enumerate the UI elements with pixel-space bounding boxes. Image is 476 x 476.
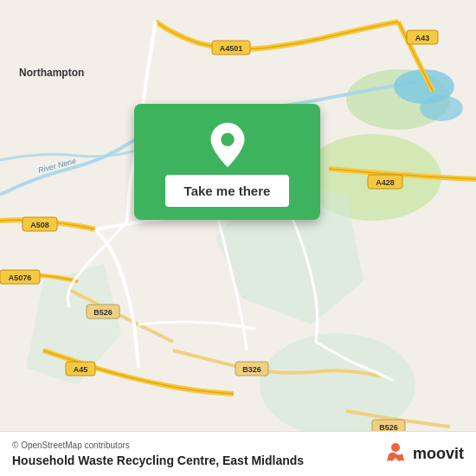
svg-text:A508: A508	[30, 221, 49, 229]
svg-text:B326: B326	[242, 365, 261, 374]
svg-text:A4501: A4501	[220, 44, 243, 53]
svg-point-29	[391, 443, 400, 452]
svg-text:A428: A428	[376, 178, 395, 187]
location-name: Household Waste Recycling Centre, East M…	[12, 453, 304, 467]
svg-point-6	[420, 95, 463, 121]
svg-point-28	[221, 133, 234, 146]
moovit-brand-text: moovit	[413, 445, 464, 463]
svg-text:A45: A45	[74, 365, 88, 374]
take-me-there-button[interactable]: Take me there	[165, 175, 290, 207]
svg-text:B526: B526	[93, 308, 113, 317]
moovit-brand-icon	[383, 442, 408, 466]
location-pin-icon	[206, 121, 249, 164]
bottom-bar: © OpenStreetMap contributors Household W…	[0, 431, 476, 476]
svg-text:Northampton: Northampton	[19, 67, 84, 79]
svg-text:A43: A43	[415, 34, 430, 42]
map-container: A43 A4501 A428 A508 A5076 A45 B526 B326 …	[0, 0, 476, 476]
map-svg: A43 A4501 A428 A508 A5076 A45 B526 B326 …	[0, 0, 476, 476]
moovit-logo: moovit	[383, 442, 464, 466]
svg-text:A5076: A5076	[9, 273, 32, 282]
location-card: Take me there	[134, 104, 320, 220]
bottom-info: © OpenStreetMap contributors Household W…	[12, 441, 304, 467]
attribution-text: © OpenStreetMap contributors	[12, 441, 304, 450]
